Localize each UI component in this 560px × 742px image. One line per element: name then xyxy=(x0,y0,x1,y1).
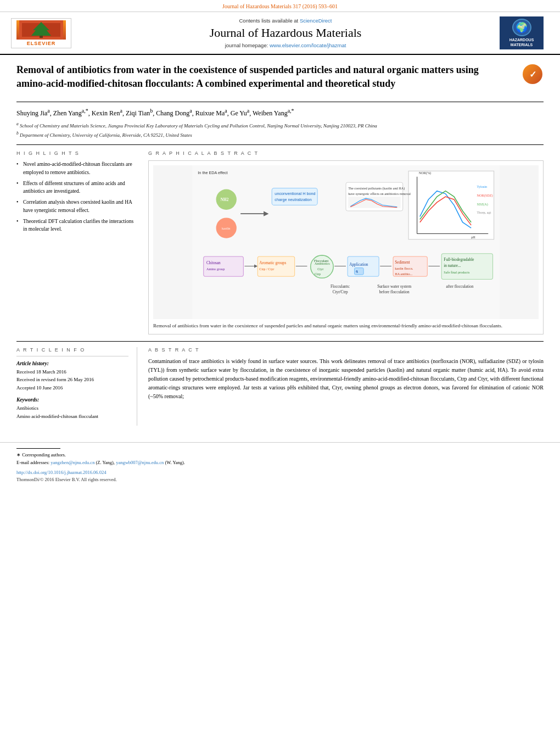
svg-text:charge neutralization: charge neutralization xyxy=(275,198,311,203)
svg-text:Sediment: Sediment xyxy=(395,261,410,265)
elsevier-logo-image xyxy=(16,20,66,40)
svg-text:before flocculation: before flocculation xyxy=(379,291,410,295)
journal-reference-bar: Journal of Hazardous Materials 317 (2016… xyxy=(0,0,560,12)
graphical-abstract-box: In the EDA effect NH2 kaolin xyxy=(148,160,544,334)
article-title: Removal of antibiotics from water in the… xyxy=(16,63,522,91)
svg-text:unconventional H bond: unconventional H bond xyxy=(275,191,315,196)
crossmark-logo: ✓ xyxy=(522,63,544,85)
email-addresses: E-mail addresses: yangzhen@njnu.edu.cn (… xyxy=(16,460,544,465)
journal-ref-text: Journal of Hazardous Materials 317 (2016… xyxy=(222,3,338,9)
svg-text:Amino group: Amino group xyxy=(206,267,225,271)
highlights-column: H I G H L I G H T S Novel amino-acid-mod… xyxy=(16,150,137,334)
svg-text:after flocculation: after flocculation xyxy=(446,284,474,289)
svg-text:Surface water system: Surface water system xyxy=(377,284,411,289)
highlight-item-2: Effects of different structures of amino… xyxy=(16,180,137,196)
article-content: Removal of antibiotics from water in the… xyxy=(0,55,560,437)
email-link-2[interactable]: yangwb007@njnu.edu.cn xyxy=(116,460,164,465)
journal-title: Journal of Hazardous Materials xyxy=(82,26,489,40)
article-info-column: A R T I C L E I N F O Article history: R… xyxy=(16,347,137,426)
graphical-abstract-caption: Removal of antibiotics from water in the… xyxy=(153,322,539,330)
homepage-link[interactable]: www.elsevier.com/locate/jhazmat xyxy=(270,42,346,48)
svg-text:Ctyr/Ctrp: Ctyr/Ctrp xyxy=(333,291,348,295)
keywords-label: Keywords: xyxy=(16,397,128,403)
svg-text:have synergetic effects on ant: have synergetic effects on antibiotics r… xyxy=(348,192,411,196)
abstract-text: Contamination of trace antibiotics is wi… xyxy=(148,357,544,401)
svg-text:In the EDA effect: In the EDA effect xyxy=(198,170,227,175)
hazardous-label: HAZARDOUSMATERIALS xyxy=(509,38,534,47)
svg-text:Ctyr: Ctyr xyxy=(317,267,324,271)
title-section: Removal of antibiotics from water in the… xyxy=(16,63,544,95)
svg-text:Cirp: Cirp xyxy=(315,272,321,276)
received-date: Received 18 March 2016 Received in revis… xyxy=(16,368,128,392)
svg-text:SDZ(A): SDZ(A) xyxy=(477,202,488,207)
svg-text:NOR(%): NOR(%) xyxy=(419,171,431,175)
highlights-label: H I G H L I G H T S xyxy=(16,150,137,156)
svg-text:Full-biodegradable: Full-biodegradable xyxy=(444,258,474,263)
highlight-item-3: Correlation analysis shows coexisted kao… xyxy=(16,198,137,214)
graphical-abstract-column: G R A P H I C A L A B S T R A C T In the… xyxy=(148,150,544,334)
doi-line: http://dx.doi.org/10.1016/j.jhazmat.2016… xyxy=(16,470,544,475)
crossmark-icon: ✓ xyxy=(523,64,542,84)
svg-text:NOR(SDZ): NOR(SDZ) xyxy=(477,193,493,198)
doi-link[interactable]: http://dx.doi.org/10.1016/j.jhazmat.2016… xyxy=(16,470,106,475)
footnote-divider xyxy=(16,448,60,449)
elsevier-label: ELSEVIER xyxy=(27,41,56,46)
history-label: Article history: xyxy=(16,361,128,366)
authors-section: Shuying Jiaa, Zhen Yanga,*, Kexin Rena, … xyxy=(16,108,544,139)
svg-text:Flocculants:: Flocculants: xyxy=(331,284,350,289)
svg-text:Aromatic groups: Aromatic groups xyxy=(259,261,286,266)
title-divider xyxy=(16,102,544,102)
svg-text:Tylosin: Tylosin xyxy=(477,185,488,189)
keywords-list: Antibiotics Amino acid-modified-chitosan… xyxy=(16,404,128,420)
copyright-line: ThomsonDi/© 2016 Elsevier B.V. All right… xyxy=(16,477,544,482)
svg-text:Thorp, agt: Thorp, agt xyxy=(477,211,491,215)
homepage-line: journal homepage: www.elsevier.com/locat… xyxy=(82,42,489,48)
svg-text:Flocculant: Flocculant xyxy=(314,259,329,263)
graphical-abstract-label: G R A P H I C A L A B S T R A C T xyxy=(148,150,544,156)
elsevier-logo: ELSEVIER xyxy=(11,18,71,48)
svg-text:kaolin: kaolin xyxy=(222,227,231,231)
journal-header: ELSEVIER Contents lists available at Sci… xyxy=(0,12,560,55)
article-info-abstract-section: A R T I C L E I N F O Article history: R… xyxy=(16,341,544,426)
svg-text:in nature...: in nature... xyxy=(444,264,461,268)
svg-text:Ctrp / Ctyr: Ctrp / Ctyr xyxy=(259,267,275,271)
svg-text:NH2: NH2 xyxy=(221,198,229,203)
authors-list: Shuying Jiaa, Zhen Yanga,*, Kexin Rena, … xyxy=(16,108,544,118)
svg-text:HA antibio...: HA antibio... xyxy=(395,272,413,276)
page-wrapper: Journal of Hazardous Materials 317 (2016… xyxy=(0,0,560,742)
svg-text:Safe final products: Safe final products xyxy=(444,270,470,274)
svg-text:kaolin floccs.: kaolin floccs. xyxy=(395,266,413,270)
svg-text:The coexisted pollutants (kaol: The coexisted pollutants (kaolin and HA) xyxy=(348,186,405,191)
abstract-label: A B S T R A C T xyxy=(148,347,544,353)
journal-center: Contents lists available at ScienceDirec… xyxy=(71,18,500,48)
affiliations: a School of Chemistry and Materials Scie… xyxy=(16,121,544,139)
abstract-column: A B S T R A C T Contamination of trace a… xyxy=(148,347,544,426)
graphical-abstract-image: In the EDA effect NH2 kaolin xyxy=(153,165,539,319)
graphical-abstract-svg: In the EDA effect NH2 kaolin xyxy=(153,165,539,319)
keywords-group: Keywords: Antibiotics Amino acid-modifie… xyxy=(16,397,128,420)
email-link-1[interactable]: yangzhen@njnu.edu.cn xyxy=(51,460,94,465)
sciencedirect-link[interactable]: ScienceDirect xyxy=(300,18,332,24)
hazardous-logo: 🌍 HAZARDOUSMATERIALS xyxy=(500,16,544,49)
corresponding-note: ∗ Corresponding authors. xyxy=(16,452,544,458)
highlights-list: Novel amino-acid-modified-chitosan flocc… xyxy=(16,160,137,233)
svg-rect-3 xyxy=(40,36,43,38)
authors-divider xyxy=(16,144,544,145)
highlight-item-4: Theoretical DFT calculation clarifies th… xyxy=(16,217,137,233)
svg-text:pH: pH xyxy=(471,235,475,239)
svg-text:Application: Application xyxy=(349,263,368,267)
svg-text:Chitosan: Chitosan xyxy=(206,261,221,266)
footer: ∗ Corresponding authors. E-mail addresse… xyxy=(0,442,560,488)
highlights-graphical-section: H I G H L I G H T S Novel amino-acid-mod… xyxy=(16,150,544,334)
contents-available-line: Contents lists available at ScienceDirec… xyxy=(82,18,489,24)
article-info-label: A R T I C L E I N F O xyxy=(16,347,128,353)
highlight-item-1: Novel amino-acid-modified-chitosan flocc… xyxy=(16,160,137,176)
article-history-group: Article history: Received 18 March 2016 … xyxy=(16,361,128,392)
globe-icon: 🌍 xyxy=(512,19,531,36)
